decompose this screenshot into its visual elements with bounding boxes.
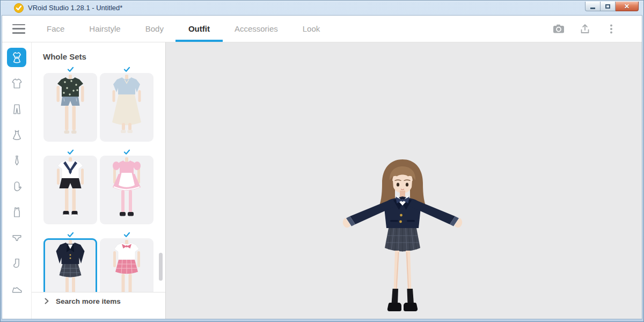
search-more-label: Search more items <box>56 297 121 305</box>
selected-check-icon <box>100 66 153 73</box>
tab-face[interactable]: Face <box>47 16 64 42</box>
screenshot-button[interactable] <box>553 23 565 35</box>
outfit-thumbnail[interactable] <box>100 238 153 292</box>
sidebar-item-tops[interactable] <box>7 74 26 93</box>
outfit-item-denim-jacket-cream-dress <box>100 66 153 142</box>
selected-check-icon <box>100 231 153 238</box>
menu-button[interactable] <box>12 24 25 34</box>
content-area: Whole Sets <box>2 42 642 319</box>
toolbar: FaceHairstyleBodyOutfitAccessoriesLook <box>2 16 642 42</box>
window-controls: ✕ <box>585 2 639 11</box>
sidebar-item-bottoms[interactable] <box>7 99 26 119</box>
whole-sets-icon <box>11 52 23 64</box>
more-button[interactable] <box>605 23 617 35</box>
outfit-item-sailor-top-black-shorts <box>43 149 97 224</box>
outfit-thumbnail[interactable] <box>43 156 97 224</box>
innerwear-icon <box>11 206 23 218</box>
sidebar-item-shoes[interactable] <box>7 280 26 299</box>
socks-icon <box>11 258 23 270</box>
export-button[interactable] <box>579 23 591 35</box>
tab-hairstyle[interactable]: Hairstyle <box>89 16 120 42</box>
maximize-icon <box>605 4 610 9</box>
minimize-icon <box>590 8 595 9</box>
outfit-thumbnail[interactable] <box>100 73 153 142</box>
underwear-icon <box>11 232 23 244</box>
shoes-icon <box>11 283 23 296</box>
tab-look[interactable]: Look <box>303 16 320 42</box>
neckwear-icon <box>11 155 23 167</box>
export-icon <box>579 23 591 35</box>
outfit-thumbnail[interactable] <box>100 156 153 224</box>
tab-accessories[interactable]: Accessories <box>235 16 278 42</box>
app-window: VRoid Studio 1.28.1 - Untitled* ✕ FaceHa… <box>0 0 644 322</box>
sidebar-item-one-piece[interactable] <box>7 125 26 144</box>
outfit-thumbnail[interactable] <box>43 73 97 142</box>
selected-check-icon <box>43 231 97 238</box>
search-more-items[interactable]: Search more items <box>32 292 165 310</box>
outfit-item-navy-blazer-plaid-skirt <box>43 231 97 292</box>
viewport-3d[interactable] <box>166 42 642 319</box>
bottoms-icon <box>11 103 23 115</box>
outfit-grid <box>32 61 155 292</box>
toolbar-actions <box>553 23 617 35</box>
sidebar-item-underwear[interactable] <box>7 228 26 247</box>
items-list: Whole Sets <box>32 42 165 292</box>
app-chrome: FaceHairstyleBodyOutfitAccessoriesLook W… <box>2 15 642 319</box>
character-model <box>338 155 467 316</box>
close-button[interactable]: ✕ <box>616 2 639 11</box>
sidebar-item-whole-sets[interactable] <box>7 48 26 67</box>
chevron-right-icon <box>44 298 49 304</box>
one-piece-icon <box>11 129 23 141</box>
app-logo-icon <box>14 3 24 13</box>
sidebar-item-innerwear[interactable] <box>7 202 26 222</box>
tops-icon <box>11 77 23 90</box>
selected-check-icon <box>100 149 153 156</box>
maximize-button[interactable] <box>601 2 616 11</box>
kebab-menu-icon <box>605 23 617 35</box>
sidebar-item-gloves[interactable] <box>7 177 26 196</box>
camera-icon <box>553 23 565 35</box>
window-title: VRoid Studio 1.28.1 - Untitled* <box>28 4 122 12</box>
gloves-icon <box>11 180 23 193</box>
scrollbar-thumb[interactable] <box>159 253 163 281</box>
category-sidebar <box>2 42 32 319</box>
outfit-item-white-top-pink-plaid-skirt <box>100 231 153 292</box>
selected-check-icon <box>43 149 97 156</box>
panel-title: Whole Sets <box>43 52 165 61</box>
tab-body[interactable]: Body <box>145 16 164 42</box>
titlebar: VRoid Studio 1.28.1 - Untitled* ✕ <box>1 1 643 15</box>
close-icon: ✕ <box>624 3 630 10</box>
minimize-button[interactable] <box>585 2 601 11</box>
outfit-thumbnail[interactable] <box>43 238 97 292</box>
items-panel: Whole Sets <box>32 42 166 319</box>
tab-outfit[interactable]: Outfit <box>188 16 210 42</box>
hamburger-icon <box>12 24 25 26</box>
sidebar-item-socks[interactable] <box>7 254 26 273</box>
selected-check-icon <box>43 66 97 73</box>
outfit-item-floral-shirt-denim-shorts <box>43 66 97 142</box>
tab-bar: FaceHairstyleBodyOutfitAccessoriesLook <box>47 16 320 42</box>
outfit-item-pink-maid-outfit <box>100 149 153 224</box>
sidebar-item-neckwear[interactable] <box>7 151 26 170</box>
